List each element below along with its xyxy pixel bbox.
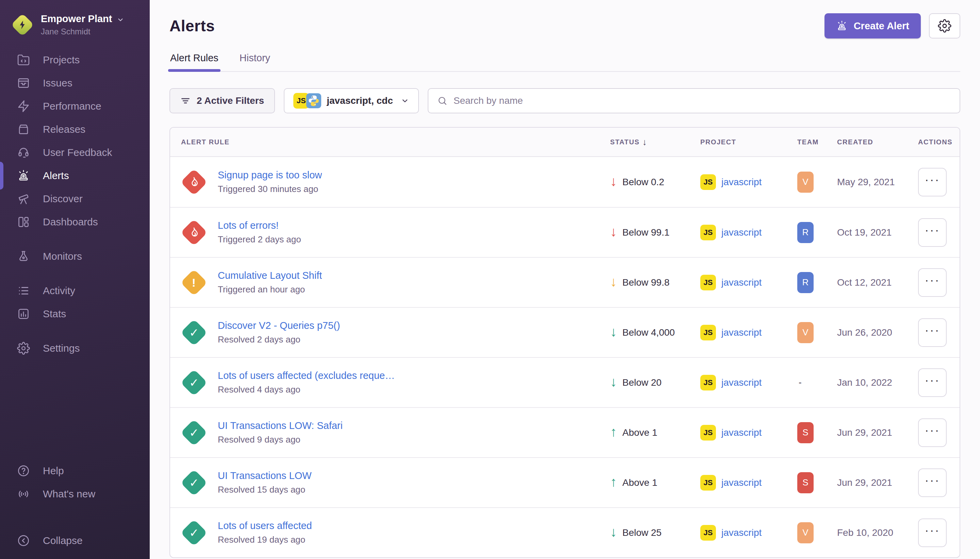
sidebar-item-collapse[interactable]: Collapse: [0, 529, 150, 552]
row-actions-button[interactable]: ···: [918, 218, 947, 247]
row-actions-button[interactable]: ···: [918, 418, 947, 447]
ellipsis-icon: ···: [925, 473, 940, 488]
created-date: Oct 19, 2021: [837, 227, 918, 238]
sidebar-item-label: Collapse: [43, 535, 82, 546]
project-link[interactable]: javascript: [721, 377, 762, 388]
js-platform-icon: JS: [700, 475, 716, 491]
table-row: ✓ UI Transactions LOW Resolved 15 days a…: [170, 457, 960, 507]
sidebar-item-issues[interactable]: Issues: [0, 71, 150, 95]
sidebar-item-dashboards[interactable]: Dashboards: [0, 210, 150, 233]
ellipsis-icon: ···: [925, 273, 940, 287]
alert-rule-link[interactable]: Signup page is too slow: [218, 170, 322, 181]
js-platform-icon: JS: [700, 325, 716, 341]
status-value: Above 1: [622, 477, 657, 488]
chevron-down-icon: [116, 16, 125, 24]
sidebar-item-monitors[interactable]: Monitors: [0, 245, 150, 268]
alert-rule-link[interactable]: UI Transactions LOW: [218, 470, 312, 481]
js-platform-icon: JS: [700, 275, 716, 290]
sidebar-item-stats[interactable]: Stats: [0, 302, 150, 326]
sidebar-item-what-s-new[interactable]: What's new: [0, 482, 150, 506]
project-link[interactable]: javascript: [721, 177, 762, 188]
activity-icon: [16, 284, 31, 297]
sidebar-item-label: Settings: [43, 342, 80, 354]
alert-rule-link[interactable]: Cumulative Layout Shift: [218, 270, 322, 281]
sidebar-item-label: Stats: [43, 308, 66, 320]
sidebar-item-projects[interactable]: Projects: [0, 48, 150, 71]
table-header: Alert Rule Status ↓ Project Team Created…: [170, 128, 960, 157]
project-selector[interactable]: JS javascript, cdc: [284, 88, 419, 113]
create-alert-button[interactable]: Create Alert: [825, 13, 921, 38]
chevron-down-icon: [401, 96, 409, 105]
sort-down-icon: ↓: [642, 137, 647, 147]
status-value: Below 99.1: [622, 227, 670, 238]
project-link[interactable]: javascript: [721, 477, 762, 488]
check-severity-icon: ✓: [180, 319, 208, 346]
project-link[interactable]: javascript: [721, 427, 762, 438]
project-link[interactable]: javascript: [721, 227, 762, 238]
issues-icon: [16, 77, 31, 89]
row-actions-button[interactable]: ···: [918, 518, 947, 547]
alert-rule-link[interactable]: Lots of errors!: [218, 220, 301, 231]
sidebar-item-label: Monitors: [43, 251, 82, 262]
sidebar-collapse-nav: Collapse: [0, 529, 150, 552]
sidebar-item-discover[interactable]: Discover: [0, 187, 150, 210]
alert-rule-link[interactable]: Discover V2 - Queries p75(): [218, 320, 340, 331]
column-header-alert-rule: Alert Rule: [170, 138, 610, 146]
alert-rule-link[interactable]: UI Transactions LOW: Safari: [218, 420, 343, 431]
alert-rule-link[interactable]: Lots of users affected (excludes reque…: [218, 370, 395, 381]
sidebar-item-performance[interactable]: Performance: [0, 95, 150, 118]
table-row: ✓ Discover V2 - Queries p75() Resolved 2…: [170, 307, 960, 357]
org-name: Empower Plant: [41, 13, 112, 25]
team-badge: V: [797, 172, 813, 193]
search-input[interactable]: [454, 95, 951, 106]
tab-alert-rules[interactable]: Alert Rules: [170, 53, 219, 71]
check-severity-icon: ✓: [180, 419, 208, 446]
status-arrow-icon: ↓: [610, 525, 617, 539]
sidebar: Empower Plant Jane Schmidt Projects Issu…: [0, 0, 150, 559]
broadcast-icon: [16, 488, 31, 500]
alert-rule-subtitle: Resolved 2 days ago: [218, 334, 340, 345]
sidebar-item-releases[interactable]: Releases: [0, 118, 150, 141]
org-switcher[interactable]: Empower Plant Jane Schmidt: [0, 13, 150, 36]
dashboards-icon: [16, 215, 31, 228]
alert-rule-link[interactable]: Lots of users affected: [218, 520, 312, 531]
alert-rule-subtitle: Resolved 4 days ago: [218, 384, 395, 395]
tab-history[interactable]: History: [239, 53, 271, 71]
row-actions-button[interactable]: ···: [918, 268, 947, 297]
check-severity-icon: ✓: [180, 519, 208, 546]
row-actions-button[interactable]: ···: [918, 468, 947, 497]
check-severity-icon: ✓: [180, 469, 208, 496]
column-header-status[interactable]: Status ↓: [610, 137, 700, 147]
sidebar-item-settings[interactable]: Settings: [0, 337, 150, 360]
table-row: Lots of errors! Triggered 2 days ago ↓ B…: [170, 207, 960, 257]
alerts-settings-button[interactable]: [929, 13, 960, 38]
team-badge: S: [797, 472, 813, 493]
org-user-name: Jane Schmidt: [41, 27, 125, 36]
sidebar-item-help[interactable]: Help: [0, 459, 150, 482]
team-badge: V: [797, 522, 813, 543]
sidebar-item-activity[interactable]: Activity: [0, 279, 150, 302]
row-actions-button[interactable]: ···: [918, 318, 947, 347]
active-filters-button[interactable]: 2 Active Filters: [170, 88, 275, 113]
page-title: Alerts: [170, 17, 215, 35]
main-content: Alerts Create Alert Alert Rules History …: [150, 0, 980, 559]
row-actions-button[interactable]: ···: [918, 168, 947, 197]
projects-icon: [16, 53, 31, 66]
sidebar-item-alerts[interactable]: Alerts: [0, 164, 150, 187]
project-link[interactable]: javascript: [721, 327, 762, 338]
fire-severity-icon: [180, 169, 208, 196]
status-arrow-icon: ↑: [610, 425, 617, 438]
row-actions-button[interactable]: ···: [918, 368, 947, 397]
sidebar-item-user-feedback[interactable]: User Feedback: [0, 141, 150, 164]
gear-icon: [938, 19, 952, 33]
column-header-actions: Actions: [918, 138, 960, 146]
status-arrow-icon: ↓: [610, 325, 617, 338]
status-value: Below 99.8: [622, 277, 670, 288]
project-link[interactable]: javascript: [721, 277, 762, 288]
project-link[interactable]: javascript: [721, 528, 762, 538]
sidebar-nav: Projects Issues Performance Releases Use…: [0, 48, 150, 360]
table-row: ! Cumulative Layout Shift Triggered an h…: [170, 257, 960, 307]
siren-icon: [836, 20, 848, 31]
siren-icon: [16, 169, 31, 182]
ellipsis-icon: ···: [925, 323, 940, 337]
